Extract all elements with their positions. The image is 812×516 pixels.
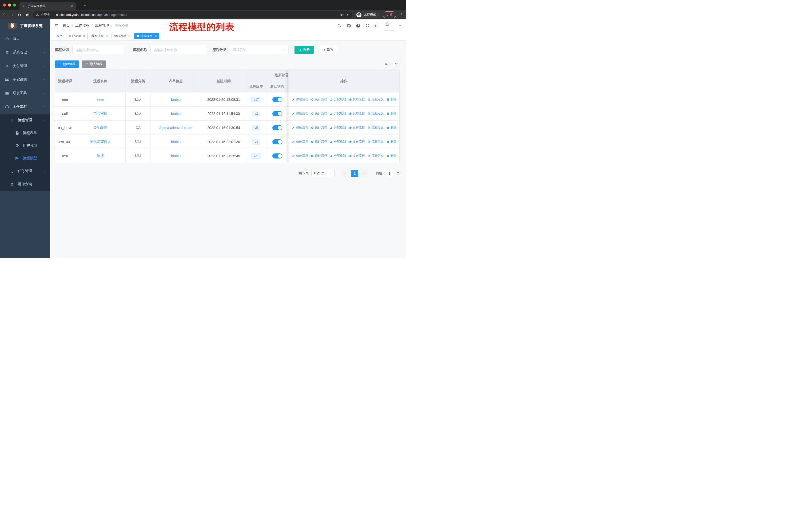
action-design-link[interactable]: 设计流程: [311, 140, 327, 144]
action-delete-link[interactable]: 删除: [386, 97, 397, 102]
password-key-icon[interactable]: [340, 13, 344, 17]
action-assign-link[interactable]: 分配规则: [330, 154, 346, 158]
new-tab-button[interactable]: [83, 3, 87, 7]
avatar[interactable]: [384, 21, 394, 31]
sidebar-item-process-mgmt[interactable]: 流程管理: [0, 114, 50, 127]
zoom-window-button[interactable]: [13, 3, 16, 6]
form-info-link[interactable]: /bpm/oa/leave/create: [159, 126, 192, 130]
breadcrumb-item-workflow[interactable]: 工作流程: [75, 23, 89, 28]
process-name-link[interactable]: 滔博: [97, 154, 104, 158]
form-info-link[interactable]: biubiu: [171, 140, 180, 144]
action-design-link[interactable]: 设计流程: [311, 97, 327, 102]
search-button[interactable]: 搜索: [294, 46, 314, 54]
process-key-input[interactable]: [72, 46, 124, 54]
reset-button[interactable]: 重置: [318, 46, 337, 54]
action-delete-link[interactable]: 删除: [386, 140, 397, 144]
active-toggle[interactable]: [272, 111, 283, 116]
active-toggle[interactable]: [272, 154, 283, 159]
sidebar-item-leave-query[interactable]: 请假查询: [0, 178, 50, 191]
action-design-link[interactable]: 设计流程: [311, 154, 327, 158]
version-badge[interactable]: v17: [251, 97, 261, 102]
goto-page-input[interactable]: [385, 170, 394, 177]
process-name-link[interactable]: eeee: [96, 98, 104, 102]
action-definition-link[interactable]: 流程定义: [368, 154, 384, 158]
avatar-caret-down-icon[interactable]: [399, 24, 402, 27]
action-delete-link[interactable]: 删除: [386, 111, 397, 116]
action-publish-link[interactable]: 发布流程: [349, 140, 365, 144]
show-search-button[interactable]: [383, 60, 390, 68]
page-size-select[interactable]: 10条/页: [311, 170, 335, 177]
process-name-link[interactable]: 自己审批: [93, 111, 108, 116]
tab-tenant-mgmt[interactable]: 租户管理✕: [66, 33, 88, 39]
forward-button[interactable]: [10, 13, 14, 17]
fullscreen-icon[interactable]: [365, 23, 370, 28]
sidebar-item-workflow[interactable]: 工作流程: [0, 100, 50, 114]
prev-page-button[interactable]: [342, 170, 349, 177]
current-page-button[interactable]: 1: [351, 170, 358, 177]
reload-button[interactable]: [18, 13, 22, 17]
action-assign-link[interactable]: 分配规则: [330, 140, 346, 144]
version-badge[interactable]: v21: [251, 153, 261, 159]
breadcrumb-item-process-mgmt[interactable]: 流程管理: [95, 23, 109, 28]
breadcrumb-item-home[interactable]: 首页: [63, 23, 70, 28]
home-button[interactable]: [25, 13, 29, 17]
action-definition-link[interactable]: 流程定义: [368, 111, 384, 116]
action-definition-link[interactable]: 流程定义: [368, 97, 384, 102]
tab-home[interactable]: 首页: [54, 33, 65, 39]
update-button[interactable]: 更新: [383, 11, 396, 18]
action-publish-link[interactable]: 发布流程: [349, 126, 365, 130]
tab-close-icon[interactable]: [70, 4, 73, 7]
logo[interactable]: 芋道管理系统: [0, 19, 50, 32]
search-icon[interactable]: [337, 23, 342, 28]
action-modify-link[interactable]: 修改流程: [292, 140, 308, 144]
form-info-link[interactable]: biubiu: [171, 154, 180, 158]
version-badge[interactable]: v5: [252, 125, 261, 131]
category-select[interactable]: 流程分类: [230, 46, 288, 54]
sidebar-item-system-mgmt[interactable]: 系统管理: [0, 46, 50, 59]
address-bar[interactable]: 不安全 dashboard.yudao.iocoder.cn/bpm/manag…: [33, 11, 352, 19]
process-name-link[interactable]: 测试多审批人: [90, 140, 111, 144]
tab-process-form[interactable]: 流程表单✕: [112, 33, 133, 39]
sidebar-item-dev-tools[interactable]: 研发工具: [0, 86, 50, 100]
close-icon[interactable]: ✕: [128, 34, 130, 38]
sidebar-item-user-group[interactable]: 用户分组: [0, 139, 50, 152]
form-info-link[interactable]: biubiu: [171, 98, 180, 102]
active-toggle[interactable]: [272, 139, 283, 144]
sidebar-item-payment-mgmt[interactable]: ¥支付管理: [0, 59, 50, 73]
close-icon[interactable]: ✕: [83, 34, 85, 38]
import-process-button[interactable]: 导入流程: [82, 60, 106, 68]
hamburger-icon[interactable]: [50, 23, 63, 28]
sidebar-item-task-mgmt[interactable]: 任务管理: [0, 165, 50, 178]
form-info-link[interactable]: biubiu: [171, 112, 180, 116]
action-definition-link[interactable]: 流程定义: [368, 140, 384, 144]
minimize-window-button[interactable]: [8, 3, 11, 6]
create-process-button[interactable]: 新建流程: [55, 60, 79, 68]
next-page-button[interactable]: [361, 170, 368, 177]
version-badge[interactable]: v2: [252, 111, 261, 116]
sidebar-item-process-model[interactable]: 流程模型: [0, 152, 50, 165]
active-toggle[interactable]: [272, 97, 283, 102]
help-icon[interactable]: [356, 23, 360, 28]
close-window-button[interactable]: [3, 3, 6, 6]
close-icon[interactable]: ✕: [106, 34, 108, 38]
action-modify-link[interactable]: 修改流程: [292, 126, 308, 130]
tab-process-model[interactable]: 流程模型✕: [135, 33, 159, 39]
sidebar-item-process-form[interactable]: 流程表单: [0, 127, 50, 139]
action-design-link[interactable]: 设计流程: [311, 126, 327, 130]
tab-my-process[interactable]: 我的流程✕: [89, 33, 110, 39]
action-publish-link[interactable]: 发布流程: [349, 97, 365, 102]
action-publish-link[interactable]: 发布流程: [349, 154, 365, 158]
action-assign-link[interactable]: 分配规则: [330, 111, 346, 116]
font-size-icon[interactable]: TT: [375, 23, 379, 28]
bookmark-star-icon[interactable]: [346, 13, 349, 17]
action-delete-link[interactable]: 删除: [386, 154, 397, 158]
close-icon[interactable]: ✕: [154, 34, 157, 38]
browser-tab[interactable]: 芋道管理系统: [19, 2, 76, 10]
sidebar-item-home[interactable]: 首页: [0, 32, 50, 46]
action-modify-link[interactable]: 修改流程: [292, 111, 308, 116]
action-assign-link[interactable]: 分配规则: [330, 126, 346, 130]
action-definition-link[interactable]: 流程定义: [368, 126, 384, 130]
sidebar-item-infrastructure[interactable]: 基础设施: [0, 73, 50, 86]
browser-menu-dots-icon[interactable]: [400, 13, 404, 17]
action-design-link[interactable]: 设计流程: [311, 111, 327, 116]
